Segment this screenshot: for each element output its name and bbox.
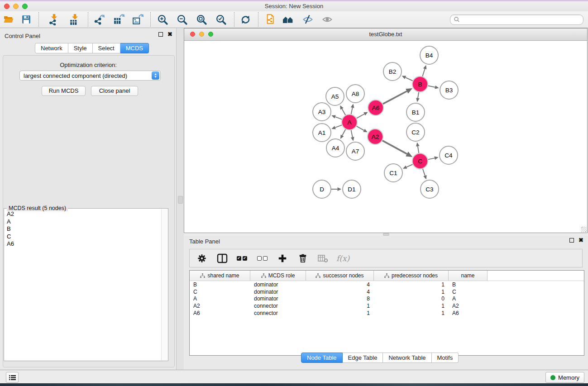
table-cell[interactable]: 8: [306, 295, 374, 302]
tab-mcds[interactable]: MCDS: [120, 43, 149, 53]
deselect-all-icon[interactable]: [256, 253, 268, 264]
table-cell[interactable]: 1: [374, 303, 449, 309]
float-panel-icon[interactable]: [158, 32, 163, 37]
edge-A-A8[interactable]: [351, 108, 353, 114]
table-cell[interactable]: A: [190, 295, 250, 302]
tab-select[interactable]: Select: [93, 43, 120, 53]
graph-node-C4[interactable]: C4: [440, 146, 458, 164]
show-all-networks-icon[interactable]: [281, 13, 296, 26]
graph-node-B3[interactable]: B3: [440, 81, 458, 99]
graph-node-C2[interactable]: C2: [406, 123, 425, 141]
tab-node-table[interactable]: Node Table: [301, 353, 343, 363]
tab-network-table[interactable]: Network Table: [383, 353, 431, 363]
edge-A-A7[interactable]: [351, 130, 353, 137]
column-header-shared-name[interactable]: shared name: [190, 271, 250, 281]
table-cell[interactable]: A2: [449, 303, 488, 309]
column-settings-gear-icon[interactable]: [196, 253, 208, 264]
edge-C-C2[interactable]: [418, 146, 419, 153]
table-cell[interactable]: 4: [306, 281, 374, 288]
table-cell[interactable]: C: [449, 289, 488, 295]
export-table-icon[interactable]: [111, 13, 127, 26]
apply-layout-icon[interactable]: [238, 13, 253, 26]
graph-node-A6[interactable]: A6: [368, 100, 383, 115]
graph-node-C1[interactable]: C1: [384, 164, 402, 182]
table-row[interactable]: Cdominator41C: [190, 288, 584, 295]
import-network-icon[interactable]: [46, 13, 62, 26]
edge-B-B1[interactable]: [418, 92, 419, 98]
show-columns-icon[interactable]: [216, 253, 228, 264]
window-resize-grip[interactable]: [581, 227, 587, 232]
table-cell[interactable]: 4: [306, 289, 374, 295]
splitter-handle[interactable]: [178, 196, 183, 204]
network-graph[interactable]: B4B2BB3A8A5A6A3B1AC2A1A2A4A7C4CC1C3DD1: [184, 41, 587, 233]
table-cell[interactable]: dominator: [250, 295, 306, 302]
edge-C-C3[interactable]: [423, 169, 425, 176]
close-panel-icon[interactable]: ✖: [578, 238, 583, 243]
show-graphics-details-icon[interactable]: [320, 13, 335, 26]
result-scrollbar[interactable]: [161, 209, 167, 360]
tab-network[interactable]: Network: [35, 43, 68, 53]
edge-B-B2[interactable]: [406, 77, 413, 81]
table-row[interactable]: Bdominator41B: [190, 281, 584, 288]
close-window-button[interactable]: [4, 4, 10, 9]
table-cell[interactable]: 1: [306, 310, 374, 316]
export-network-icon[interactable]: [92, 13, 107, 26]
graph-node-A1[interactable]: A1: [313, 124, 331, 142]
task-history-button[interactable]: [6, 372, 19, 383]
export-image-icon[interactable]: [130, 13, 146, 26]
memory-button[interactable]: Memory: [545, 372, 584, 383]
graph-node-A3[interactable]: A3: [313, 103, 331, 121]
column-header-successor-nodes[interactable]: successor nodes: [306, 271, 374, 281]
result-item[interactable]: B: [5, 225, 162, 233]
table-cell[interactable]: A6: [190, 310, 250, 316]
table-cell[interactable]: A6: [449, 310, 488, 316]
column-header-name[interactable]: name: [449, 271, 488, 281]
edge-A-A2[interactable]: [357, 126, 364, 130]
tab-motifs[interactable]: Motifs: [432, 353, 459, 363]
graph-node-D[interactable]: D: [313, 180, 331, 198]
zoom-fit-icon[interactable]: [194, 13, 209, 26]
search-input[interactable]: [461, 14, 583, 25]
result-item[interactable]: A: [5, 218, 162, 226]
table-cell[interactable]: dominator: [250, 289, 306, 295]
edge-B-B3[interactable]: [428, 86, 435, 87]
graph-node-A[interactable]: A: [342, 114, 357, 130]
zoom-window-button[interactable]: [22, 4, 28, 9]
graph-node-A5[interactable]: A5: [326, 87, 344, 105]
run-mcds-button[interactable]: Run MCDS: [42, 86, 86, 96]
table-cell[interactable]: 1: [306, 303, 374, 309]
edge-A2-C[interactable]: [382, 141, 407, 154]
edge-A-A1[interactable]: [335, 125, 342, 128]
close-panel-button[interactable]: Close panel: [91, 86, 138, 96]
table-cell[interactable]: C: [190, 289, 250, 295]
graph-node-C[interactable]: C: [412, 153, 428, 169]
save-session-icon[interactable]: [19, 13, 34, 26]
graph-node-B2[interactable]: B2: [383, 62, 402, 81]
graph-node-A4[interactable]: A4: [326, 139, 344, 157]
table-cell[interactable]: 1: [374, 281, 449, 288]
edge-C-C1[interactable]: [406, 164, 413, 167]
table-row[interactable]: A2connector11A2: [190, 302, 584, 310]
open-file-icon[interactable]: [1, 13, 16, 26]
table-cell[interactable]: B: [449, 281, 488, 288]
result-item[interactable]: C: [5, 233, 162, 241]
table-cell[interactable]: connector: [250, 303, 306, 309]
graph-node-B4[interactable]: B4: [420, 46, 438, 64]
table-cell[interactable]: dominator: [250, 281, 306, 288]
graph-node-B1[interactable]: B1: [406, 103, 425, 121]
column-header-predecessor-nodes[interactable]: predecessor nodes: [374, 271, 449, 281]
delete-column-trash-icon[interactable]: [297, 253, 309, 264]
table-cell[interactable]: B: [190, 281, 250, 288]
close-network-button[interactable]: [190, 32, 195, 37]
edge-A6-B[interactable]: [383, 91, 407, 104]
panel-splitter-vertical[interactable]: [177, 28, 184, 370]
graph-node-A2[interactable]: A2: [368, 129, 383, 144]
tab-style[interactable]: Style: [68, 43, 93, 53]
minimize-window-button[interactable]: [13, 4, 19, 9]
mcds-result-list[interactable]: A2ABCA6: [5, 210, 162, 360]
add-column-icon[interactable]: [277, 253, 288, 264]
hide-graphics-details-icon[interactable]: [300, 13, 316, 26]
graph-node-B[interactable]: B: [412, 76, 428, 92]
result-item[interactable]: A6: [5, 240, 162, 248]
edge-B-B4[interactable]: [422, 69, 425, 76]
